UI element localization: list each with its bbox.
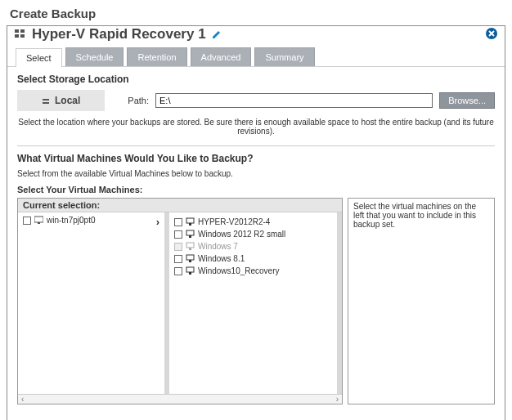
svg-rect-17 <box>186 267 194 272</box>
vm-select-label: Select Your Virtual Machines: <box>17 185 495 194</box>
tab-schedule[interactable]: Schedule <box>65 47 124 66</box>
tab-advanced[interactable]: Advanced <box>191 47 252 66</box>
list-item: Windows 7 <box>174 240 332 252</box>
storage-heading: Select Storage Location <box>17 74 495 85</box>
svg-rect-9 <box>186 218 194 223</box>
svg-rect-15 <box>186 255 194 260</box>
dialog-frame: Hyper-V Rapid Recovery 1 Select Schedule… <box>7 25 505 420</box>
svg-rect-14 <box>189 248 191 250</box>
list-item[interactable]: Windows10_Recovery <box>174 265 332 277</box>
svg-rect-3 <box>20 34 25 38</box>
tab-summary[interactable]: Summary <box>254 47 314 66</box>
tab-retention[interactable]: Retention <box>127 47 186 66</box>
vm-name: Windows10_Recovery <box>198 266 280 275</box>
horizontal-scrollbar[interactable]: ‹ › <box>18 394 342 404</box>
scroll-left-icon[interactable]: ‹ <box>21 395 24 404</box>
local-storage-option[interactable]: Local <box>17 90 105 111</box>
close-icon[interactable] <box>485 27 498 42</box>
vm-subtext: Select from the available Virtual Machin… <box>17 169 495 178</box>
host-checkbox[interactable] <box>23 217 31 225</box>
tree-header: Current selection: <box>18 199 342 212</box>
svg-rect-6 <box>43 102 49 104</box>
svg-rect-12 <box>189 235 191 238</box>
vm-name: Windows 2012 R2 small <box>198 230 285 239</box>
list-item[interactable]: Windows 2012 R2 small <box>174 228 332 240</box>
vm-icon <box>186 266 195 275</box>
vm-icon <box>186 217 195 226</box>
path-label: Path: <box>128 96 149 105</box>
tab-select[interactable]: Select <box>16 48 62 67</box>
svg-rect-0 <box>15 29 19 33</box>
disk-icon <box>42 96 50 105</box>
svg-rect-2 <box>20 29 25 33</box>
vm-name: HYPER-V2012R2-4 <box>198 217 270 226</box>
vm-icon <box>186 254 195 263</box>
tabs-bar: Select Schedule Retention Advanced Summa… <box>7 47 505 67</box>
vm-icon <box>186 230 195 239</box>
chevron-right-icon[interactable]: › <box>156 216 159 228</box>
list-item[interactable]: HYPER-V2012R2-4 <box>174 216 332 228</box>
edit-icon[interactable] <box>211 29 222 40</box>
vm-checkbox[interactable] <box>174 267 182 275</box>
scroll-right-icon[interactable]: › <box>336 395 339 404</box>
svg-rect-11 <box>186 230 194 235</box>
path-input[interactable] <box>155 93 433 108</box>
vm-checkbox[interactable] <box>174 230 182 239</box>
svg-rect-8 <box>38 222 40 224</box>
host-name: win-tn7pj0pt0 <box>47 216 95 225</box>
vm-icon <box>186 242 195 251</box>
vm-name: Windows 8.1 <box>198 254 245 263</box>
svg-rect-18 <box>189 272 191 275</box>
vm-list: HYPER-V2012R2-4 Windows 2012 R2 small Wi… <box>169 212 342 394</box>
list-item[interactable]: Windows 8.1 <box>174 252 332 265</box>
vm-checkbox[interactable] <box>174 218 182 226</box>
vm-checkbox <box>174 243 182 251</box>
vm-heading: What Virtual Machines Would You Like to … <box>17 153 495 164</box>
svg-rect-13 <box>186 243 194 248</box>
divider <box>17 145 495 146</box>
backup-app-icon <box>14 28 27 41</box>
host-icon <box>34 216 43 225</box>
vm-tree: Current selection: win-tn7pj0pt0 › <box>17 198 343 404</box>
svg-rect-7 <box>34 217 43 222</box>
local-label: Local <box>55 95 80 106</box>
side-help-panel: Select the virtual machines on the left … <box>348 198 495 404</box>
browse-button[interactable]: Browse... <box>439 92 495 109</box>
backup-name-text: Hyper-V Rapid Recovery 1 <box>32 26 206 42</box>
svg-rect-10 <box>189 223 191 226</box>
host-item[interactable]: win-tn7pj0pt0 <box>23 216 95 225</box>
svg-rect-16 <box>189 260 191 262</box>
page-title: Create Backup <box>7 3 505 25</box>
vm-name: Windows 7 <box>198 242 238 251</box>
svg-rect-5 <box>43 99 49 101</box>
vm-checkbox[interactable] <box>174 255 182 263</box>
svg-rect-1 <box>15 34 19 38</box>
storage-hint: Select the location where your backups a… <box>17 118 495 136</box>
